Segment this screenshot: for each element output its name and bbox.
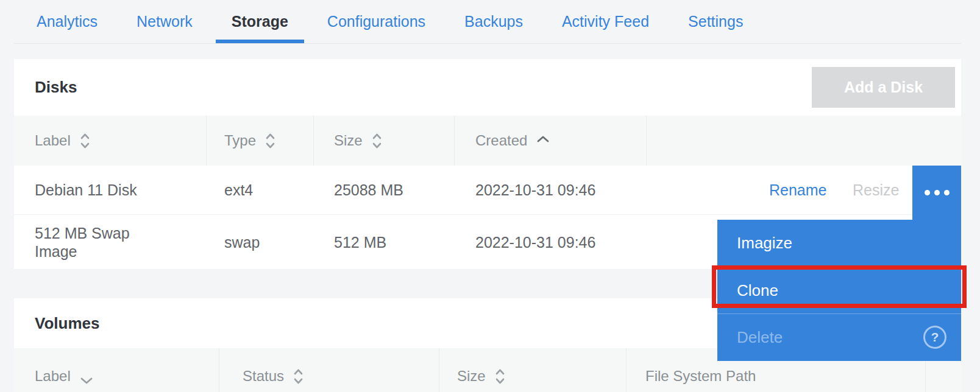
tab-settings[interactable]: Settings xyxy=(688,13,743,30)
disk-type: swap xyxy=(224,215,260,270)
volumes-header-label-text: Label xyxy=(35,368,71,385)
sort-descending-icon xyxy=(80,377,93,385)
volumes-header-size-text: Size xyxy=(457,368,486,385)
disks-section-title: Disks xyxy=(35,78,77,97)
disks-header-label[interactable]: Label xyxy=(35,116,90,166)
column-divider xyxy=(626,348,627,392)
disks-table-header: Label Type Size Created xyxy=(14,116,961,166)
disk-actions-menu: Imagize Clone Delete ? xyxy=(717,220,961,361)
column-divider xyxy=(313,116,314,166)
disk-size: 25088 MB xyxy=(334,166,403,214)
add-disk-button[interactable]: Add a Disk xyxy=(812,67,955,108)
ellipsis-icon xyxy=(925,190,930,195)
disk-label: 512 MB Swap Image xyxy=(35,215,140,270)
column-divider xyxy=(219,348,219,392)
help-icon[interactable]: ? xyxy=(923,326,946,349)
tab-bar: Analytics Network Storage Configurations… xyxy=(14,0,961,44)
volumes-header-file-system-path-text: File System Path xyxy=(645,368,756,385)
disks-header-created[interactable]: Created xyxy=(475,116,550,166)
menu-item-delete-disabled: Delete ? xyxy=(717,313,961,360)
tab-analytics[interactable]: Analytics xyxy=(37,13,98,30)
disk-size: 512 MB xyxy=(334,215,386,270)
volumes-section-title: Volumes xyxy=(35,314,99,333)
tab-storage[interactable]: Storage xyxy=(232,13,288,30)
resize-disk-button-disabled: Resize xyxy=(853,166,899,214)
volumes-header-label[interactable]: Label xyxy=(35,354,93,392)
column-divider xyxy=(439,348,439,392)
disk-type: ext4 xyxy=(224,166,253,214)
disk-label: Debian 11 Disk xyxy=(35,166,137,214)
storage-page: Analytics Network Storage Configurations… xyxy=(0,0,980,392)
tab-activity-feed[interactable]: Activity Feed xyxy=(562,13,649,30)
sort-both-icon xyxy=(293,368,304,385)
sort-both-icon xyxy=(80,132,90,150)
tab-network[interactable]: Network xyxy=(137,13,193,30)
ellipsis-icon xyxy=(934,190,940,195)
volumes-header-status[interactable]: Status xyxy=(243,354,304,392)
menu-item-imagize[interactable]: Imagize xyxy=(717,220,961,267)
menu-item-clone[interactable]: Clone xyxy=(717,267,961,313)
disk-more-options-button[interactable] xyxy=(912,166,961,220)
column-divider xyxy=(454,116,455,166)
menu-item-delete-text: Delete xyxy=(737,328,783,347)
disk-row-debian: Debian 11 Disk ext4 25088 MB 2022-10-31 … xyxy=(14,166,961,214)
tab-backups[interactable]: Backups xyxy=(464,13,523,30)
disks-header-type-text: Type xyxy=(224,132,256,149)
volumes-header-size[interactable]: Size xyxy=(457,354,505,392)
disks-header-created-text: Created xyxy=(475,132,527,149)
tab-configurations[interactable]: Configurations xyxy=(327,13,425,30)
disks-header-type[interactable]: Type xyxy=(224,116,275,166)
column-divider xyxy=(206,116,207,166)
volumes-header-status-text: Status xyxy=(243,368,284,385)
sort-ascending-icon xyxy=(536,135,550,143)
sort-both-icon xyxy=(265,132,275,150)
sort-both-icon xyxy=(495,368,505,385)
sort-both-icon xyxy=(372,132,382,150)
disks-header-size[interactable]: Size xyxy=(334,116,382,166)
disks-header-size-text: Size xyxy=(334,132,363,149)
disk-created: 2022-10-31 09:46 xyxy=(475,215,595,270)
disk-created: 2022-10-31 09:46 xyxy=(475,166,595,214)
disks-header-label-text: Label xyxy=(35,132,71,149)
column-divider xyxy=(646,116,647,166)
rename-disk-button[interactable]: Rename xyxy=(769,166,827,214)
ellipsis-icon xyxy=(944,190,950,195)
